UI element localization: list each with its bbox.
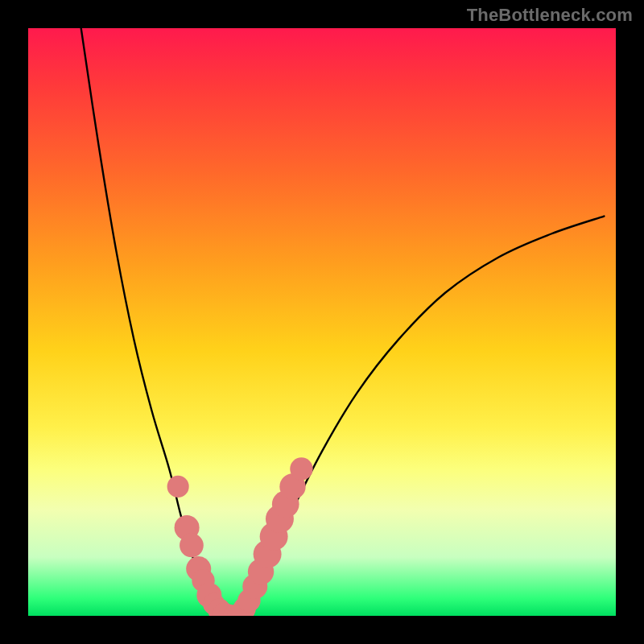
scatter-point [290, 457, 312, 480]
chart-svg [28, 28, 616, 616]
chart-frame: TheBottleneck.com [0, 0, 644, 644]
plot-area [28, 28, 616, 616]
scatter-point [180, 534, 204, 558]
scatter-point [167, 476, 189, 497]
left-curve [81, 28, 225, 616]
scatter-points [167, 457, 313, 616]
right-curve [240, 217, 605, 616]
watermark-text: TheBottleneck.com [467, 5, 633, 26]
